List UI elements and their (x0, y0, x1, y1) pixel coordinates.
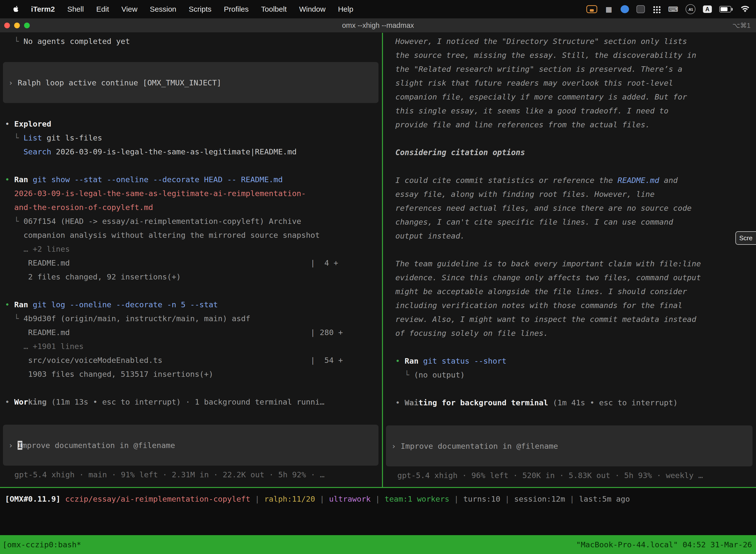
text-segment: Considering citation options (395, 148, 525, 157)
right-status-line: gpt-5.4 xhigh · 96% left · 520K in · 5.8… (383, 468, 756, 482)
menu-item-help[interactable]: Help (332, 5, 360, 13)
text-segment: README.md (618, 176, 659, 185)
terminal-line: 2 files changed, 92 insertions(+) (0, 270, 382, 284)
text-segment: └ (5, 217, 23, 226)
menu-item-view[interactable]: View (115, 5, 144, 13)
left-prompt-input[interactable]: › Improve documentation in @filename (3, 425, 378, 466)
text-segment: turns:10 (463, 494, 500, 503)
text-segment: • (395, 356, 404, 365)
terminal-line (383, 131, 756, 146)
left-status-line: gpt-5.4 xhigh · main · 91% left · 2.31M … (0, 467, 382, 482)
terminal-line (0, 381, 382, 395)
text-segment: | (371, 494, 384, 503)
text-segment: output instead. (395, 231, 465, 240)
text-segment: might be acceptable alongside the file l… (395, 287, 687, 296)
terminal-line: provide file and line references from th… (383, 118, 756, 131)
menu-item-shell[interactable]: Shell (61, 5, 90, 13)
text-segment: references need actual files, and since … (395, 204, 692, 213)
text-segment: ultrawork (329, 494, 371, 503)
text-segment: • (5, 397, 14, 406)
keyboard-icon[interactable]: ⌨ (668, 4, 678, 14)
text-segment: and (659, 176, 678, 185)
spacer (0, 103, 382, 117)
menu-item-session[interactable]: Session (144, 5, 183, 13)
text-segment: › (8, 78, 18, 87)
text-segment: README.md | 4 + (5, 258, 338, 267)
text-segment: However, I noticed the "Directory Struct… (395, 37, 687, 46)
screen-overlay-button[interactable]: Scre (736, 231, 756, 245)
menu-bar: iTerm2 Shell Edit View Session Scripts P… (0, 0, 756, 18)
text-segment: 4b9d30f (origin/main, instructkr/main, m… (23, 314, 251, 323)
left-pane-output: • Explored └ List git ls-files Search 20… (0, 117, 382, 409)
terminal-line: • Ran git log --oneline --decorate -n 5 … (0, 297, 382, 312)
grid-icon[interactable]: ▦ (605, 4, 613, 14)
text-segment: List (23, 133, 42, 142)
terminal-line: I could cite commit statistics or refere… (383, 173, 756, 187)
text-segment: team:1 workers (384, 494, 449, 503)
text-segment: Ran (14, 300, 33, 309)
apple-menu-icon[interactable] (6, 5, 25, 13)
terminal-line: … +1901 lines (0, 339, 382, 353)
right-prompt-input[interactable]: › Improve documentation in @filename (386, 426, 753, 466)
text-segment: | (500, 494, 514, 503)
blue-app-icon[interactable] (621, 5, 629, 13)
text-segment: src/voice/voiceModeEnabled.ts | 54 + (5, 356, 343, 365)
wifi-icon[interactable] (741, 4, 750, 14)
menu-item-edit[interactable]: Edit (90, 5, 115, 13)
percent-badge-icon[interactable]: .61 (686, 4, 695, 14)
text-segment: I could cite commit statistics or refere… (395, 176, 618, 185)
terminal-line (0, 159, 382, 172)
text-segment: › (8, 441, 18, 450)
text-segment: (no output) (414, 370, 465, 379)
battery-icon[interactable] (719, 6, 731, 12)
menu-item-window[interactable]: Window (293, 5, 332, 13)
screen-recording-icon[interactable] (586, 5, 597, 13)
text-segment: Ran (14, 175, 33, 184)
terminal-line: • Ran git show --stat --oneline --decora… (0, 172, 382, 186)
text-segment: mprove documentation in @filename (22, 441, 175, 450)
terminal-line: output instead. (383, 229, 756, 243)
text-segment: Search (23, 147, 51, 156)
text-segment: Wai (404, 398, 419, 407)
text-segment: README.md | 280 + (5, 328, 343, 337)
window-title-bar[interactable]: omx --xhigh --madmax ⌥⌘1 (0, 18, 756, 33)
text-segment (5, 189, 14, 198)
text-segment: gpt-5.4 xhigh · 96% left · 520K in · 5.8… (397, 471, 703, 480)
terminal-line: └ 067f154 (HEAD -> essay/ai-reimplementa… (0, 214, 382, 228)
window-title: omx --xhigh --madmax (0, 21, 756, 30)
text-segment: Wor (14, 397, 28, 406)
left-pane[interactable]: └ No agents completed yet › Ralph loop a… (0, 33, 382, 487)
terminal-line: including verification notes with those … (383, 298, 756, 312)
menu-item-scripts[interactable]: Scripts (183, 5, 218, 13)
text-segment (5, 147, 23, 156)
text-segment: git log --oneline --decorate -n 5 --stat (33, 300, 218, 309)
text-segment: 067f154 (HEAD -> essay/ai-reimplementati… (23, 217, 301, 226)
terminal-line: slight risk that future readers may over… (383, 76, 756, 90)
ralph-loop-banner: › Ralph loop active continue [OMX_TMUX_I… (3, 62, 378, 103)
text-segment: git show --stat --oneline --decorate HEA… (33, 175, 283, 184)
terminal-line: … +2 lines (0, 242, 382, 256)
dots-grid-icon[interactable] (652, 5, 661, 13)
text-segment: └ (5, 133, 23, 142)
tmux-host-clock: "MacBook-Pro-44.local" 04:52 31-Mar-26 (576, 540, 752, 549)
terminal-line: the source tree, missing the essay. Stil… (383, 48, 756, 62)
terminal-line: └ No agents completed yet (0, 34, 382, 48)
text-segment: └ (395, 370, 414, 379)
text-segment: The team guideline is to back every impo… (395, 259, 701, 268)
text-segment: ralph:11/20 (264, 494, 315, 503)
text-segment: session:12m (514, 494, 565, 503)
terminal[interactable]: └ No agents completed yet › Ralph loop a… (0, 33, 756, 487)
menu-item-profiles[interactable]: Profiles (217, 5, 255, 13)
text-segment: ting for background terminal (419, 398, 548, 407)
right-pane[interactable]: However, I noticed the "Directory Struct… (383, 33, 756, 487)
dark-app-icon[interactable] (636, 5, 645, 13)
terminal-line: changes, I can't cite specific file line… (383, 215, 756, 229)
text-segment: provide file and line references from th… (395, 120, 650, 129)
text-segment: companion analysis without altering the … (5, 231, 320, 239)
terminal-line: • Explored (0, 117, 382, 131)
menu-item-toolbelt[interactable]: Toolbelt (255, 5, 293, 13)
input-source-icon[interactable]: A (703, 5, 712, 13)
menu-item-app[interactable]: iTerm2 (25, 5, 61, 13)
text-segment: | (315, 494, 329, 503)
text-segment: • (5, 300, 14, 309)
